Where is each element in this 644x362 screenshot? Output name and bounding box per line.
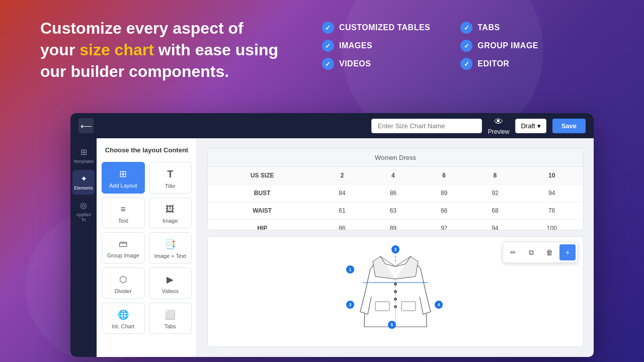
- group-image-icon: 🗃: [119, 239, 128, 249]
- videos-icon: ▶: [167, 274, 174, 285]
- hero-headline: Customize every aspect of your size char…: [40, 18, 282, 83]
- back-button[interactable]: ⟵: [78, 118, 94, 133]
- element-text[interactable]: ≡ Text: [102, 198, 145, 228]
- element-label-int-chart: Int. Chart: [112, 323, 134, 329]
- copy-icon: ⧉: [529, 248, 534, 257]
- feature-videos: VIDEOS: [322, 58, 430, 70]
- sidebar-item-templates[interactable]: ⊞ Templates: [72, 143, 95, 168]
- element-videos[interactable]: ▶ Videos: [149, 267, 192, 299]
- title-icon: T: [167, 168, 173, 180]
- element-label-image: Image: [163, 218, 178, 224]
- element-label-tabs: Tabs: [165, 323, 176, 329]
- sidebar-item-elements[interactable]: ✦ Elements: [72, 170, 95, 195]
- feature-label-editor: EDITOR: [477, 59, 509, 68]
- table-header-row: US SIZE 2 4 6 8 10: [208, 167, 583, 185]
- image-toolbar: ✏ ⧉ 🗑 +: [503, 242, 578, 263]
- draft-button[interactable]: Draft ▾: [515, 119, 546, 133]
- edit-icon: ✏: [510, 248, 516, 256]
- element-label-group-image: Group Image: [107, 252, 139, 258]
- element-image-text[interactable]: 📑 Image + Text: [149, 232, 192, 263]
- col-header-8: 8: [469, 167, 520, 185]
- text-icon: ≡: [120, 204, 126, 215]
- col-header-10: 10: [521, 167, 583, 185]
- meas-dot-1: 1: [346, 265, 354, 274]
- col-header-us-size: US SIZE: [208, 167, 316, 185]
- bust-2: 84: [316, 185, 367, 202]
- element-label-divider: Divider: [115, 288, 132, 294]
- preview-label: Preview: [488, 128, 510, 135]
- check-icon-editor: [460, 58, 472, 70]
- table-row: BUST 84 86 89 92 94: [208, 185, 583, 202]
- size-table: US SIZE 2 4 6 8 10 BUST 84 86: [208, 167, 583, 230]
- row-label-waist: WAIST: [208, 202, 316, 220]
- draft-label: Draft: [521, 122, 535, 130]
- feature-group-image: GROUP IMAGE: [460, 40, 569, 52]
- delete-icon: 🗑: [546, 248, 553, 256]
- element-title[interactable]: T Title: [149, 162, 192, 194]
- element-label-title: Title: [165, 183, 175, 189]
- waist-4: 63: [368, 202, 419, 220]
- element-label-image-text: Image + Text: [154, 253, 186, 259]
- bust-8: 92: [469, 185, 520, 202]
- preview-icon: 👁: [494, 117, 503, 127]
- col-header-2: 2: [316, 167, 367, 185]
- tabs-icon: ⬜: [165, 309, 176, 320]
- image-section: ✏ ⧉ 🗑 +: [207, 236, 584, 347]
- copy-button[interactable]: ⧉: [523, 244, 539, 260]
- main-content: Women Dress US SIZE 2 4 6 8 10: [197, 138, 594, 357]
- row-label-hip: HIP: [208, 220, 316, 231]
- image-icon: 🖼: [166, 204, 175, 215]
- waist-8: 68: [469, 202, 520, 220]
- delete-button[interactable]: 🗑: [541, 244, 557, 260]
- image-text-icon: 📑: [165, 239, 176, 250]
- waist-2: 61: [316, 202, 367, 220]
- feature-label-videos: VIDEOS: [339, 59, 371, 68]
- element-tabs[interactable]: ⬜ Tabs: [149, 303, 192, 334]
- app-header: ⟵ 👁 Preview Draft ▾ Save: [70, 113, 594, 138]
- chart-name-input[interactable]: [371, 119, 482, 133]
- add-layout-icon: ⊞: [119, 168, 127, 179]
- sidebar-label-applies-to: Applies To: [74, 212, 93, 222]
- bust-10: 94: [521, 185, 583, 202]
- meas-dot-4: 4: [435, 301, 443, 309]
- table-title: Women Dress: [208, 149, 583, 167]
- bust-6: 89: [419, 185, 469, 202]
- meas-dot-5: 5: [388, 321, 396, 329]
- waist-10: 76: [521, 202, 583, 220]
- features-list: CUSTOMIZED TABLES TABS IMAGES GROUP IMAG…: [322, 18, 569, 70]
- hip-8: 94: [469, 220, 520, 231]
- element-image[interactable]: 🖼 Image: [149, 198, 192, 228]
- feature-label-images: IMAGES: [339, 41, 372, 50]
- check-icon-group-image: [460, 40, 472, 52]
- element-add-layout[interactable]: ⊞ Add Layout: [102, 162, 145, 194]
- element-int-chart[interactable]: 🌐 Int. Chart: [102, 303, 145, 334]
- hero-text: Customize every aspect of your size char…: [40, 18, 282, 83]
- feature-tabs: TABS: [460, 22, 569, 34]
- row-label-bust: BUST: [208, 185, 316, 202]
- edit-button[interactable]: ✏: [505, 244, 521, 260]
- app-body: ⊞ Templates ✦ Elements ◎ Applies To Choo…: [70, 138, 594, 357]
- feature-images: IMAGES: [322, 40, 430, 52]
- element-label-add-layout: Add Layout: [109, 183, 137, 189]
- element-group-image[interactable]: 🗃 Group Image: [102, 232, 145, 263]
- add-section-button[interactable]: +: [559, 244, 576, 260]
- element-divider[interactable]: ⬡ Divider: [102, 267, 145, 299]
- check-icon-videos: [322, 58, 334, 70]
- headline-highlight: size chart: [79, 41, 154, 59]
- feature-label-tabs: TABS: [477, 23, 500, 32]
- feature-label-group-image: GROUP IMAGE: [477, 41, 538, 50]
- sidebar-label-elements: Elements: [74, 186, 93, 191]
- feature-editor: EDITOR: [460, 58, 569, 70]
- col-header-4: 4: [368, 167, 419, 185]
- feature-customized-tables: CUSTOMIZED TABLES: [322, 22, 430, 34]
- save-button[interactable]: Save: [552, 119, 586, 133]
- int-chart-icon: 🌐: [118, 309, 129, 320]
- preview-button[interactable]: 👁 Preview: [488, 117, 510, 135]
- meas-dot-2: 2: [391, 245, 399, 253]
- sidebar-item-applies-to[interactable]: ◎ Applies To: [72, 197, 95, 226]
- sidebar: ⊞ Templates ✦ Elements ◎ Applies To: [70, 138, 97, 357]
- hip-6: 92: [419, 220, 469, 231]
- table-row: HIP 86 89 92 94 100: [208, 220, 583, 231]
- jacket-svg: [350, 241, 441, 342]
- sidebar-label-templates: Templates: [73, 159, 94, 164]
